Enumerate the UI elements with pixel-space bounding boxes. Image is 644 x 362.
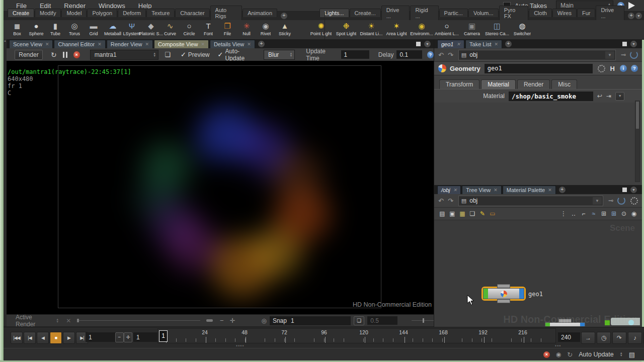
sticky-note-icon[interactable]: ✎ <box>477 210 488 217</box>
param-tab[interactable]: Misc <box>551 79 577 89</box>
color-palette-icon[interactable]: ▦ <box>457 210 467 217</box>
parm-menu-icon[interactable]: ▼ <box>615 92 624 101</box>
worksheet-icon[interactable]: ▣ <box>447 210 457 217</box>
pane-tab[interactable]: Material Palette ✕ <box>503 186 556 194</box>
shelf-tab[interactable]: Rigid ... <box>410 6 438 20</box>
shelf-tool[interactable]: ▬ Grid <box>84 22 103 37</box>
show-grid-icon[interactable]: ⊞ <box>609 210 619 217</box>
shelf-tab[interactable]: Wires <box>552 9 577 17</box>
step-back-button[interactable]: |◀ <box>24 332 36 344</box>
layout-vertical-icon[interactable]: ⋮ <box>558 210 569 217</box>
node-name-field[interactable]: geo1 <box>485 64 593 73</box>
spinner-icon[interactable]: ▲▼ <box>289 52 292 57</box>
visibility-icon[interactable]: ◉ <box>629 210 639 217</box>
pane-tab[interactable]: Composite View ✕ <box>154 40 209 48</box>
shelf-tab[interactable]: Character <box>175 9 209 17</box>
update-mode-icon[interactable]: ↻ <box>567 351 573 358</box>
add-pane-tab-icon[interactable]: + <box>505 41 512 47</box>
params-scrollbar[interactable] <box>635 101 640 182</box>
gear-icon[interactable] <box>630 197 638 205</box>
memory-usage-icon[interactable]: ◉ <box>556 351 561 358</box>
play-reverse-button[interactable]: ◀ <box>37 332 49 344</box>
shelf-tab[interactable]: Create <box>8 9 34 17</box>
shelf-tool[interactable]: ▮ Tube <box>46 22 65 37</box>
close-tab-icon[interactable]: ✕ <box>247 42 251 47</box>
pane-tab[interactable]: Scene View ✕ <box>9 40 53 48</box>
network-canvas[interactable]: Scene geo1 ✦ cam1 HD Non-C <box>434 220 642 326</box>
shelf-tool[interactable]: ✶ Area Light <box>384 22 409 37</box>
snap-field[interactable]: Snap 1 <box>270 316 351 325</box>
shelf-tab[interactable]: Volum... <box>468 9 499 17</box>
path-field[interactable]: ▤ obj ▼ <box>458 50 616 60</box>
pin-icon[interactable]: ⊸ <box>621 51 626 58</box>
snapshot-camera-icon[interactable]: ◎ <box>261 317 266 324</box>
blur-select[interactable]: Blur ▲▼ <box>264 50 295 60</box>
interrupt-icon[interactable]: × <box>543 351 550 358</box>
shelf-tool[interactable]: ○ Ambient L... <box>434 22 459 37</box>
pane-tab[interactable]: Take List ✕ <box>465 40 502 48</box>
param-tab[interactable]: Material <box>481 79 516 89</box>
shelf-tool[interactable]: ◆ Platonic S... <box>141 22 160 37</box>
pane-tab[interactable]: Render View ✕ <box>107 40 153 48</box>
revert-parm-icon[interactable]: ↩ <box>597 93 602 100</box>
pane-menu-icon[interactable]: ▼ <box>630 187 637 193</box>
node-display-flag[interactable] <box>484 289 488 299</box>
shelf-tab[interactable]: Partic... <box>439 9 468 17</box>
path-field[interactable]: ▤ obj ▼ <box>458 196 603 206</box>
close-tab-icon[interactable]: ✕ <box>201 42 205 47</box>
back-icon[interactable]: ↶ <box>438 51 444 59</box>
shelf-tab[interactable]: Pyro FX <box>499 6 529 20</box>
path-dropdown-icon[interactable]: ▼ <box>605 51 614 59</box>
snap-grid-icon[interactable]: ⊞ <box>599 210 609 217</box>
realtime-toggle-icon[interactable]: → <box>581 332 595 344</box>
shelf-menu-icon[interactable]: ▼ <box>635 13 642 19</box>
forward-icon[interactable]: ↷ <box>448 51 453 59</box>
window-play-icon[interactable] <box>628 2 635 9</box>
param-tab[interactable]: Transform <box>439 79 479 89</box>
shelf-tool[interactable]: ❉ Spot Light <box>334 22 359 37</box>
play-forward-button[interactable]: ▶ <box>63 332 75 344</box>
renderer-select[interactable]: mantra1 ▲▼ <box>90 50 159 60</box>
close-tab-icon[interactable]: ✕ <box>98 42 102 47</box>
render-viewport[interactable]: /out/mantra1(raytrace)-22:45:37[1] 640x4… <box>7 61 434 314</box>
spinner-icon[interactable]: ▲▼ <box>153 52 156 57</box>
close-tab-icon[interactable]: ✕ <box>494 188 498 193</box>
zoom-in-icon[interactable]: ✛ <box>230 317 235 324</box>
preview-checkbox[interactable]: ✓ <box>181 51 186 58</box>
close-tab-icon[interactable]: ✕ <box>453 188 457 193</box>
shelf-tab[interactable]: Drive ... <box>381 6 410 20</box>
shelf-tool[interactable]: ▣ Camera <box>459 22 485 37</box>
shelf-tool[interactable]: ◎ Torus <box>65 22 84 37</box>
shelf-tab[interactable]: Create... <box>350 9 381 17</box>
align-nodes-icon[interactable]: ≈ <box>589 210 599 217</box>
pane-tab[interactable]: Tree View ✕ <box>462 186 501 194</box>
add-pane-tab-icon[interactable]: + <box>258 41 265 47</box>
shelf-tool[interactable]: ● Sphere <box>27 22 46 37</box>
stop-render-icon[interactable]: × <box>73 51 80 58</box>
add-shelf-tab-icon[interactable]: + <box>281 13 287 19</box>
shelf-tool[interactable]: ▲ Sticky <box>275 22 294 37</box>
shelf-tool[interactable]: ❐ File <box>218 22 237 37</box>
render-progress-slider[interactable] <box>77 320 200 321</box>
shelf-tool[interactable]: T Font <box>199 22 218 37</box>
pane-tab[interactable]: geo1 ✕ <box>437 40 464 48</box>
shelf-tab[interactable]: Deform <box>118 9 146 17</box>
shelf-tab[interactable]: Lights... <box>319 9 349 17</box>
clear-render-icon[interactable]: ✕ <box>66 317 71 324</box>
add-pane-tab-icon[interactable]: + <box>559 187 566 193</box>
param-tab[interactable]: Render <box>517 79 550 89</box>
node-output-connector[interactable] <box>497 299 510 303</box>
maximize-pane-icon[interactable] <box>622 42 627 46</box>
close-tab-icon[interactable]: ✕ <box>145 42 149 47</box>
shelf-tool[interactable]: ∿ Curve <box>160 22 180 37</box>
export-range-icon[interactable]: ↷ <box>612 332 626 344</box>
layout-horizontal-icon[interactable]: ‥ <box>569 210 579 217</box>
spinner-icon[interactable]: ▲▼ <box>56 318 59 323</box>
shelf-tool[interactable]: ○ Circle <box>180 22 199 37</box>
snapshot-options-icon[interactable]: ❏ <box>354 316 364 325</box>
jump-to-operator-icon[interactable]: ⇥ <box>606 93 611 100</box>
material-field[interactable]: /shop/basic_smoke <box>509 92 593 101</box>
opacity-field[interactable]: 0.5 <box>367 316 397 325</box>
audio-options-icon[interactable]: ♪ <box>628 332 642 344</box>
path-dropdown-icon[interactable]: ▼ <box>593 197 602 205</box>
